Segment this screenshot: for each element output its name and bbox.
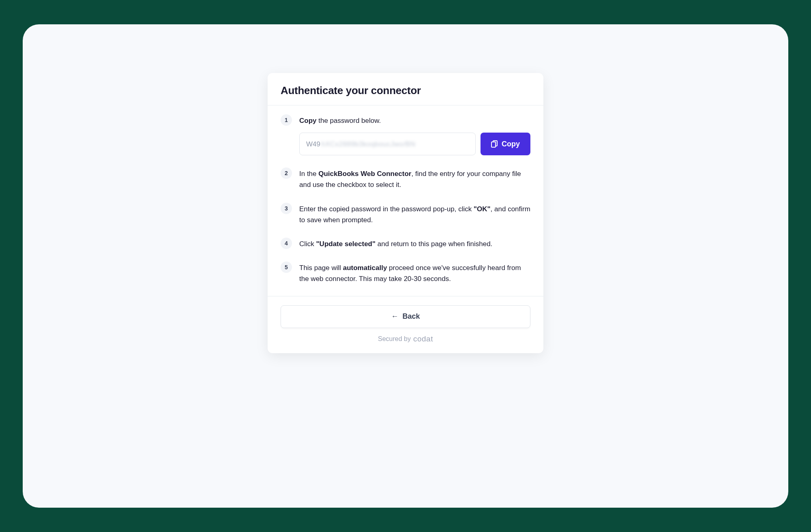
step-1-bold: Copy — [299, 117, 317, 124]
password-visible-prefix: W49 — [306, 139, 320, 150]
card-title: Authenticate your connector — [281, 84, 530, 97]
step-2-text-before: In the — [299, 170, 318, 178]
step-number-badge: 1 — [281, 114, 292, 126]
step-number-badge: 2 — [281, 167, 292, 179]
step-4-text-after: and return to this page when finished. — [375, 240, 492, 248]
auth-connector-card: Authenticate your connector 1 Copy the p… — [268, 73, 543, 353]
step-5: 5 This page will automatically proceed o… — [281, 262, 530, 284]
password-blurred-suffix: hXCx2889b3koqboucJwo/BN — [321, 139, 416, 150]
step-4-content: Click "Update selected" and return to th… — [299, 238, 530, 249]
step-3-bold: "OK" — [474, 205, 491, 213]
step-4-bold: "Update selected" — [316, 240, 376, 248]
copy-button[interactable]: Copy — [481, 133, 530, 155]
step-4-text-before: Click — [299, 240, 316, 248]
step-2-bold: QuickBooks Web Connector — [318, 170, 411, 178]
svg-rect-0 — [491, 142, 496, 147]
step-1-content: Copy the password below. W49hXCx2889b3ko… — [299, 114, 530, 155]
secured-by-row: Secured by codat — [281, 335, 530, 343]
step-1-text: the password below. — [317, 117, 381, 124]
copy-icon — [491, 140, 498, 148]
back-button[interactable]: ← Back — [281, 305, 530, 328]
card-header: Authenticate your connector — [268, 73, 543, 105]
copy-button-label: Copy — [502, 140, 520, 148]
step-2: 2 In the QuickBooks Web Connector, find … — [281, 167, 530, 190]
password-row: W49hXCx2889b3koqboucJwo/BN Copy — [299, 133, 530, 155]
step-3: 3 Enter the copied password in the passw… — [281, 203, 530, 225]
back-button-label: Back — [402, 312, 420, 321]
step-5-text-before: This page will — [299, 264, 343, 272]
step-3-text-before: Enter the copied password in the passwor… — [299, 205, 474, 213]
step-5-bold: automatically — [343, 264, 387, 272]
step-3-content: Enter the copied password in the passwor… — [299, 203, 530, 225]
step-4: 4 Click "Update selected" and return to … — [281, 238, 530, 249]
card-body: 1 Copy the password below. W49hXCx2889b3… — [268, 105, 543, 296]
card-footer: ← Back Secured by codat — [268, 296, 543, 353]
step-2-content: In the QuickBooks Web Connector, find th… — [299, 167, 530, 190]
password-field[interactable]: W49hXCx2889b3koqboucJwo/BN — [299, 133, 476, 155]
arrow-left-icon: ← — [391, 312, 398, 321]
step-number-badge: 5 — [281, 262, 292, 273]
step-number-badge: 4 — [281, 238, 292, 249]
step-number-badge: 3 — [281, 203, 292, 214]
step-1: 1 Copy the password below. W49hXCx2889b3… — [281, 114, 530, 155]
secured-by-text: Secured by — [378, 335, 411, 343]
codat-logo: codat — [413, 335, 433, 343]
step-5-content: This page will automatically proceed onc… — [299, 262, 530, 284]
app-background: Authenticate your connector 1 Copy the p… — [23, 24, 788, 508]
